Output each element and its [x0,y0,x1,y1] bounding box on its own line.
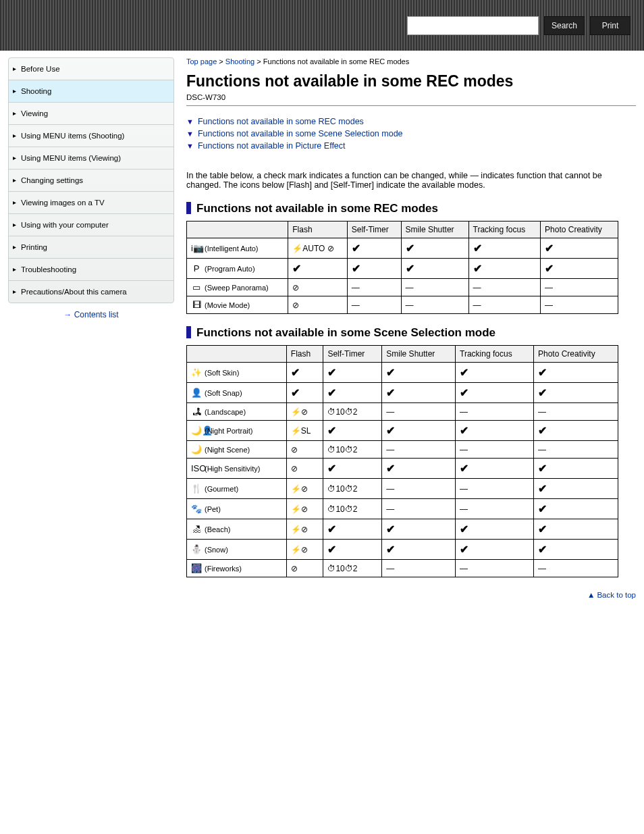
col-header: Self-Timer [323,346,382,363]
sidebar-item[interactable]: Changing settings [9,170,173,192]
col-header: Self-Timer [347,221,401,238]
feature-cell: ✔ [468,238,541,259]
mode-cell: 🌙(Night Scene) [187,441,287,459]
toc: Functions not available in some REC mode… [186,117,636,151]
sidebar-item[interactable]: Viewing images on a TV [9,192,173,214]
feature-cell: ✔ [533,459,618,479]
col-header: Photo Creativity [533,346,618,363]
feature-cell: — [533,403,618,421]
table-row: i📷(Intelligent Auto)⚡AUTO ⊘✔✔✔✔ [187,238,618,259]
mode-label: (Pet) [205,505,221,513]
feature-cell: ✔ [533,421,618,441]
check-icon: ✔ [538,463,547,474]
sidebar-item[interactable]: Using MENU items (Viewing) [9,147,173,170]
mode-cell: ISO(High Sensitivity) [187,459,287,479]
feature-cell: ✔ [323,540,382,560]
feature-cell: ✔ [533,540,618,560]
check-icon: ✔ [538,503,547,515]
mode-cell: 🎆(Fireworks) [187,560,287,577]
breadcrumb-sep: > [257,57,263,66]
check-icon: ✔ [406,242,414,254]
contents-list-label[interactable]: Contents list [74,310,119,319]
feature-cell: ✔ [456,459,534,479]
feature-cell: ⊘ [286,560,323,577]
col-header: Smile Shutter [382,346,456,363]
feature-cell: ✔ [541,259,618,279]
mode-label: (Sweep Panorama) [205,284,269,292]
check-icon: ✔ [386,463,395,474]
check-icon: ✔ [292,263,301,274]
feature-cell: ⏱10⏱2 [323,441,382,459]
feature-cell: ✔ [533,383,618,403]
sidebar-item[interactable]: Troubleshooting [9,259,173,281]
mode-label: (Soft Snap) [205,389,242,397]
check-icon: ✔ [327,544,336,555]
contents-list-link[interactable]: → Contents list [8,303,174,326]
back-to-top[interactable]: ▲ Back to top [186,591,636,599]
feature-cell: ✔ [456,519,534,540]
feature-cell: ⚡⊘ [286,540,323,560]
sidebar-item[interactable]: Printing [9,236,173,259]
feature-cell: ✔ [323,459,382,479]
check-icon: ✔ [538,523,547,535]
breadcrumb-section[interactable]: Shooting [225,57,254,66]
mode-icon: 🍴 [191,484,202,494]
mode-cell: ▭(Sweep Panorama) [187,279,288,296]
section-b-heading: Functions not available in some Scene Se… [186,326,636,340]
check-icon: ✔ [460,463,468,474]
feature-cell: ✔ [401,238,468,259]
feature-cell: ✔ [382,383,456,403]
search-input[interactable] [407,16,539,35]
check-icon: ✔ [386,367,395,378]
feature-cell: ⏱10⏱2 [323,479,382,499]
check-icon: ✔ [386,544,395,555]
feature-cell: ✔ [456,540,534,560]
check-icon: ✔ [327,523,336,535]
feature-cell: — [456,403,534,421]
feature-cell: ✔ [347,259,401,279]
col-header [187,346,287,363]
feature-cell: ✔ [323,363,382,383]
print-button[interactable]: Print [590,16,630,35]
feature-cell: — [456,441,534,459]
feature-cell: ✔ [347,238,401,259]
feature-cell: ✔ [533,499,618,519]
feature-cell: ✔ [323,383,382,403]
check-icon: ✔ [538,425,547,436]
table-row: ISO(High Sensitivity)⊘✔✔✔✔ [187,459,618,479]
mode-label: (Movie Mode) [205,301,250,309]
sidebar-item[interactable]: Viewing [9,103,173,125]
arrow-right-icon: → [63,310,72,319]
breadcrumb-top[interactable]: Top page [186,57,217,66]
feature-cell: ⊘ [286,459,323,479]
mode-cell: 🐾(Pet) [187,499,287,519]
col-header: Flash [288,221,348,238]
table-row: 🎞(Movie Mode)⊘———— [187,296,618,314]
feature-cell: — [541,296,618,314]
toc-item[interactable]: Functions not available in some Scene Se… [186,129,636,138]
check-icon: ✔ [352,263,360,274]
feature-cell: — [533,441,618,459]
sidebar-item[interactable]: Precautions/About this camera [9,281,173,303]
feature-cell: — [456,560,534,577]
table-row: 🌙👤(Night Portrait)⚡SL✔✔✔✔ [187,421,618,441]
sidebar-item[interactable]: Shooting [9,80,173,103]
feature-cell: — [382,403,456,421]
feature-cell: — [468,296,541,314]
toc-item[interactable]: Functions not available in Picture Effec… [186,141,636,151]
search-button[interactable]: Search [544,16,585,35]
feature-cell: ✔ [456,421,534,441]
mode-icon: 🏞 [191,407,202,417]
sidebar-item[interactable]: Before Use [9,58,173,80]
feature-cell: ⚡⊘ [286,403,323,421]
mode-label: (Intelligent Auto) [205,244,259,253]
feature-cell: — [382,479,456,499]
sidebar-item[interactable]: Using MENU items (Shooting) [9,125,173,147]
feature-cell: ✔ [382,519,456,540]
check-icon: ✔ [538,483,547,494]
feature-cell: ⊘ [288,279,348,296]
toc-item[interactable]: Functions not available in some REC mode… [186,117,636,126]
check-icon: ✔ [460,425,468,436]
feature-cell: ⚡SL [286,421,323,441]
sidebar-item[interactable]: Using with your computer [9,214,173,236]
